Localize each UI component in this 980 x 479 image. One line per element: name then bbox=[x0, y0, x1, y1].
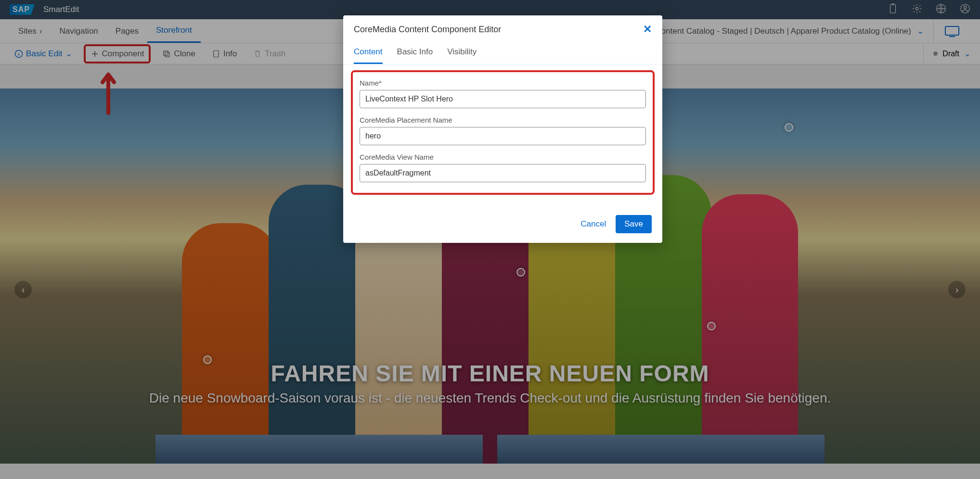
tab-content[interactable]: Content bbox=[354, 41, 383, 64]
form-highlight-box: Name* CoreMedia Placement Name CoreMedia… bbox=[351, 70, 655, 195]
placement-input[interactable] bbox=[360, 127, 646, 145]
placement-label: CoreMedia Placement Name bbox=[360, 116, 646, 124]
name-label: Name* bbox=[360, 79, 646, 87]
cancel-button[interactable]: Cancel bbox=[580, 219, 606, 229]
tab-basic-info[interactable]: Basic Info bbox=[397, 41, 433, 64]
modal-title: CoreMedia Content Component Editor bbox=[354, 25, 501, 35]
save-button[interactable]: Save bbox=[616, 215, 652, 233]
modal-close-button[interactable]: ✕ bbox=[643, 23, 652, 36]
component-editor-modal: CoreMedia Content Component Editor ✕ Con… bbox=[343, 15, 662, 243]
tab-visibility[interactable]: Visibility bbox=[447, 41, 477, 64]
modal-tabs: Content Basic Info Visibility bbox=[343, 41, 662, 64]
view-label: CoreMedia View Name bbox=[360, 153, 646, 161]
view-input[interactable] bbox=[360, 164, 646, 182]
name-input[interactable] bbox=[360, 90, 646, 108]
